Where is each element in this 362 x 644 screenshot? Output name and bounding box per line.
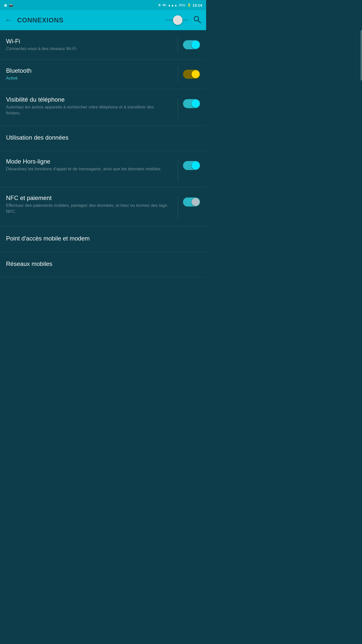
setting-title-hotspot: Point d'accès mobile et modem	[6, 235, 90, 242]
setting-title-bluetooth: Bluetooth	[6, 67, 168, 74]
setting-title-mobile-networks: Réseaux mobiles	[6, 260, 52, 267]
signal-icon: ▲▲▲	[168, 3, 177, 7]
status-bar: ▣ 📷 ✻ 4G ▲▲▲ 95% 🔋 13:14	[0, 0, 206, 10]
settings-list: Wi-Fi Connectez-vous à des réseaux Wi-Fi…	[0, 30, 206, 277]
status-bar-left-icons: ▣ 📷	[4, 3, 13, 7]
divider-phone-visibility	[178, 98, 178, 118]
toolbar-slider-area	[165, 16, 188, 25]
status-bar-right: ✻ 4G ▲▲▲ 95% 🔋 13:14	[158, 3, 202, 7]
setting-title-phone-visibility: Visibilité du téléphone	[6, 96, 168, 103]
toolbar: ← CONNEXIONS	[0, 10, 206, 30]
ct-icon: ▣	[4, 3, 7, 7]
setting-item-bluetooth[interactable]: Bluetooth Activé	[0, 60, 206, 89]
setting-text-phone-visibility: Visibilité du téléphone Autorisez les au…	[6, 96, 173, 116]
toggle-nfc[interactable]	[183, 197, 200, 207]
toggle-bluetooth[interactable]	[183, 70, 200, 79]
setting-item-hotspot[interactable]: Point d'accès mobile et modem	[0, 226, 206, 252]
setting-title-nfc: NFC et paiement	[6, 194, 168, 202]
setting-subtitle-airplane-mode: Désactivez les fonctions d'appel et de m…	[6, 166, 168, 172]
toggle-thumb-nfc	[192, 198, 200, 206]
setting-item-phone-visibility[interactable]: Visibilité du téléphone Autorisez les au…	[0, 89, 206, 126]
setting-text-airplane-mode: Mode Hors-ligne Désactivez les fonctions…	[6, 158, 173, 172]
setting-item-mobile-networks[interactable]: Réseaux mobiles	[0, 252, 206, 277]
setting-subtitle-wifi: Connectez-vous à des réseaux Wi-Fi.	[6, 46, 168, 52]
page-title: CONNEXIONS	[17, 16, 160, 24]
divider-airplane-mode	[178, 160, 178, 180]
setting-title-airplane-mode: Mode Hors-ligne	[6, 158, 168, 165]
setting-item-data-usage[interactable]: Utilisation des données	[0, 126, 206, 151]
svg-line-1	[198, 20, 201, 23]
toggle-airplane-mode[interactable]	[183, 161, 200, 170]
toggle-thumb-airplane-mode	[192, 162, 200, 170]
toggle-thumb-bluetooth	[192, 70, 200, 78]
setting-item-wifi[interactable]: Wi-Fi Connectez-vous à des réseaux Wi-Fi…	[0, 30, 206, 60]
setting-item-airplane-mode[interactable]: Mode Hors-ligne Désactivez les fonctions…	[0, 151, 206, 187]
image-icon: 📷	[9, 3, 13, 7]
divider-bluetooth	[178, 67, 178, 82]
4g-icon: 4G	[162, 4, 166, 7]
setting-subtitle-phone-visibility: Autorisez les autres appareils à recherc…	[6, 104, 168, 116]
battery-icon: 🔋	[187, 3, 191, 7]
back-button[interactable]: ←	[5, 16, 12, 24]
search-button[interactable]	[193, 15, 201, 25]
setting-text-nfc: NFC et paiement Effectuez des paiements …	[6, 194, 173, 215]
setting-title-wifi: Wi-Fi	[6, 38, 168, 45]
setting-text-wifi: Wi-Fi Connectez-vous à des réseaux Wi-Fi…	[6, 38, 173, 52]
divider-wifi	[178, 37, 178, 52]
bluetooth-icon: ✻	[158, 3, 161, 7]
toggle-phone-visibility[interactable]	[183, 99, 200, 108]
battery-percent: 95%	[179, 3, 186, 7]
clock: 13:14	[193, 3, 202, 7]
toggle-wifi[interactable]	[183, 40, 200, 49]
divider-nfc	[178, 196, 178, 219]
toggle-thumb-wifi	[192, 41, 200, 49]
setting-subtitle-nfc: Effectuez des paiements mobiles, partage…	[6, 203, 168, 215]
setting-subtitle-bluetooth: Activé	[6, 75, 168, 81]
setting-text-bluetooth: Bluetooth Activé	[6, 67, 173, 81]
setting-item-nfc[interactable]: NFC et paiement Effectuez des paiements …	[0, 187, 206, 226]
toggle-thumb-phone-visibility	[192, 100, 200, 108]
setting-title-data-usage: Utilisation des données	[6, 134, 68, 141]
